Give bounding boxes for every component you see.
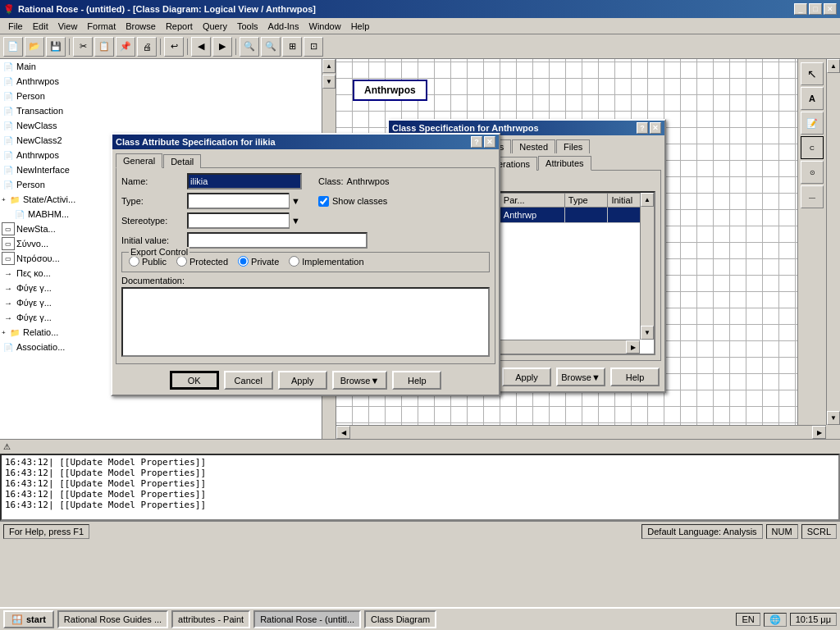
class-attr-type-0 [564,208,608,223]
class-dialog-close-btn[interactable]: ✕ [650,122,661,134]
minimize-button[interactable]: _ [794,3,807,15]
canvas-scrollbar-h[interactable]: ◀ ▶ [336,425,826,439]
menu-window[interactable]: Window [304,20,346,33]
class-table-scroll-down[interactable]: ▼ [641,326,654,340]
tb-save[interactable]: 💾 [46,37,66,57]
tb-browse1[interactable]: ◀ [191,37,211,57]
canvas-scroll-up[interactable]: ▲ [827,59,840,73]
attr-radio-private-input[interactable] [238,256,249,267]
attr-ok-button[interactable]: OK [170,371,219,390]
arrow-icon: → [2,311,15,324]
menu-addins[interactable]: Add-Ins [263,20,304,33]
tool-select[interactable]: ↖ [801,62,824,85]
start-button[interactable]: 🪟 start [3,610,54,628]
tool-text[interactable]: A [801,87,824,110]
log-line-1: 16:43:12| [[Update Model Properties]] [5,457,835,468]
canvas-scroll-left[interactable]: ◀ [336,426,350,439]
canvas-scroll-down[interactable]: ▼ [827,411,840,425]
attr-name-input[interactable] [187,173,302,189]
attr-initial-input[interactable] [187,232,368,249]
tool-note[interactable]: 📝 [801,112,824,135]
folder-icon: 📄 [2,60,15,73]
menu-format[interactable]: Format [82,20,121,33]
class-box-anthrwpos[interactable]: Anthrwpos [353,80,427,101]
class-browse-button[interactable]: Browse ▼ [556,368,605,386]
tree-item-anthrwpos1[interactable]: 📄 Anthrwpos [0,74,316,89]
rect-icon: ▭ [2,252,15,265]
attr-type-label: Type: [121,196,187,206]
canvas-scroll-right[interactable]: ▶ [812,426,826,439]
tb-arrow[interactable]: ↩ [164,37,184,57]
attr-radio-protected-input[interactable] [176,256,187,267]
attr-class-value: Anthrwpos [347,176,390,186]
attr-dialog-close-btn[interactable]: ✕ [484,136,495,148]
attr-type-input[interactable] [187,193,302,209]
taskbar: 🪟 start Rational Rose Guides ... attribu… [0,607,840,630]
class-help-button[interactable]: Help [610,368,660,386]
tb-copy[interactable]: 📋 [94,37,114,57]
attr-tab-detail[interactable]: Detail [163,154,201,168]
class-table-scroll-up[interactable]: ▲ [641,193,654,207]
menu-browse[interactable]: Browse [121,20,161,33]
tool-assoc[interactable]: — [801,185,824,208]
tree-item-main[interactable]: 📄 Main [0,59,316,74]
tb-print[interactable]: 🖨 [137,37,157,57]
taskbar-item-2[interactable]: Rational Rose - (untitl... [253,610,361,628]
help-text: For Help, press F1 [3,524,89,539]
attr-radio-public: Public [129,256,167,267]
scroll-up-btn[interactable]: ▲ [322,59,336,73]
attr-stereo-dropdown-btn[interactable]: ▼ [289,212,302,229]
tb-new[interactable]: 📄 [3,37,23,57]
class-table-scroll-v[interactable]: ▲ ▼ [640,193,654,340]
attr-radio-public-input[interactable] [129,256,139,267]
maximize-button[interactable]: □ [809,3,822,15]
tb-other[interactable]: ⊡ [304,37,323,57]
tb-open[interactable]: 📂 [25,37,44,57]
tool-class[interactable]: C [801,136,824,159]
tb-fit[interactable]: ⊞ [282,37,302,57]
class-apply-button[interactable]: Apply [502,368,551,386]
tool-interface[interactable]: ⊙ [801,161,824,184]
menu-query[interactable]: Query [198,20,232,33]
tb-paste[interactable]: 📌 [116,37,135,57]
attr-type-dropdown-btn[interactable]: ▼ [289,193,302,209]
tree-item-newclass[interactable]: 📄 NewClass [0,118,316,133]
doc-icon: 📄 [2,75,15,88]
menu-edit[interactable]: Edit [28,20,53,33]
class-table-scroll-right[interactable]: ▶ [626,340,640,354]
menu-view[interactable]: View [53,20,83,33]
scroll-down-btn[interactable]: ▼ [322,75,336,89]
attr-stereotype-input[interactable] [187,212,302,229]
close-button[interactable]: ✕ [824,3,837,15]
attr-tab-general[interactable]: General [116,153,162,168]
class-tab-attributes[interactable]: Attributes [538,156,591,171]
attr-dialog-help-icon[interactable]: ? [471,136,482,148]
attr-show-classes-checkbox[interactable] [318,196,329,207]
taskbar-item-0[interactable]: Rational Rose Guides ... [57,610,168,628]
taskbar-item-3[interactable]: Class Diagram [364,610,436,628]
tb-zoom-out[interactable]: 🔍 [261,37,281,57]
attr-radio-row: Public Protected Private Implementation [129,256,482,267]
attr-browse-button[interactable]: Browse ▼ [332,371,388,390]
class-tab-files[interactable]: Files [556,139,590,153]
attr-doc-textarea[interactable] [121,287,490,357]
attr-cancel-button[interactable]: Cancel [224,371,273,390]
log-toolbar: ⚠ [0,439,840,454]
menu-help[interactable]: Help [346,20,375,33]
tb-browse2[interactable]: ▶ [212,37,232,57]
tree-item-transaction[interactable]: 📄 Transaction [0,103,316,118]
attr-apply-button[interactable]: Apply [278,371,327,390]
tb-cut[interactable]: ✂ [73,37,93,57]
class-tab-nested[interactable]: Nested [512,139,555,153]
attr-help-button[interactable]: Help [392,371,441,390]
canvas-scrollbar-v[interactable]: ▲ ▼ [826,59,840,425]
menu-tools[interactable]: Tools [232,20,263,33]
tree-item-person1[interactable]: 📄 Person [0,89,316,103]
tb-zoom-in[interactable]: 🔍 [240,37,259,57]
attr-radio-impl-input[interactable] [289,256,299,267]
menu-file[interactable]: File [3,20,28,33]
class-dialog-help-icon[interactable]: ? [637,122,648,134]
menu-report[interactable]: Report [161,20,198,33]
attr-radio-private-label: Private [251,257,279,267]
taskbar-item-1[interactable]: attributes - Paint [171,610,250,628]
